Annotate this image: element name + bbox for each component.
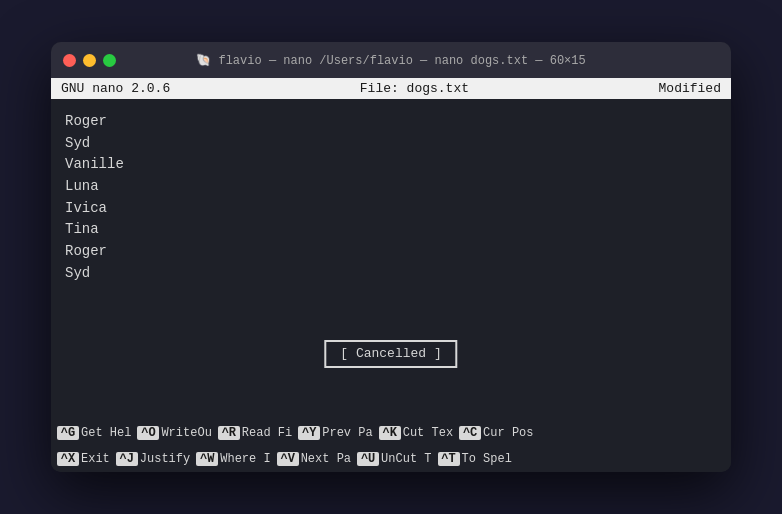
cmd-prev-page[interactable]: ^Y Prev Pa bbox=[298, 426, 372, 440]
key-ctrl-x: ^X bbox=[57, 452, 79, 466]
list-item: Tina bbox=[65, 219, 717, 241]
file-name: File: dogs.txt bbox=[360, 81, 469, 96]
bottom-row-2: ^X Exit ^J Justify ^W Where I ^V Next Pa… bbox=[51, 446, 731, 472]
key-ctrl-j: ^J bbox=[116, 452, 138, 466]
editor-area[interactable]: Roger Syd Vanille Luna Ivica Tina Roger … bbox=[51, 99, 731, 420]
label-cur-pos: Cur Pos bbox=[483, 426, 533, 440]
label-justify: Justify bbox=[140, 452, 190, 466]
key-ctrl-c: ^C bbox=[459, 426, 481, 440]
maximize-button[interactable] bbox=[103, 54, 116, 67]
key-ctrl-r: ^R bbox=[218, 426, 240, 440]
nano-version: GNU nano 2.0.6 bbox=[61, 81, 170, 96]
key-ctrl-g: ^G bbox=[57, 426, 79, 440]
list-item: Luna bbox=[65, 176, 717, 198]
label-get-help: Get Hel bbox=[81, 426, 131, 440]
label-where-is: Where I bbox=[220, 452, 270, 466]
label-exit: Exit bbox=[81, 452, 110, 466]
minimize-button[interactable] bbox=[83, 54, 96, 67]
label-writeout: WriteOu bbox=[161, 426, 211, 440]
modified-status: Modified bbox=[659, 81, 721, 96]
cmd-uncut-text[interactable]: ^U UnCut T bbox=[357, 452, 431, 466]
cmd-read-file[interactable]: ^R Read Fi bbox=[218, 426, 292, 440]
file-list: Roger Syd Vanille Luna Ivica Tina Roger … bbox=[65, 111, 717, 285]
key-ctrl-k: ^K bbox=[379, 426, 401, 440]
bottom-bar: ^G Get Hel ^O WriteOu ^R Read Fi ^Y Prev… bbox=[51, 420, 731, 472]
cmd-writeout[interactable]: ^O WriteOu bbox=[137, 426, 211, 440]
traffic-lights bbox=[63, 54, 116, 67]
cmd-to-spell[interactable]: ^T To Spel bbox=[438, 452, 512, 466]
cmd-cur-pos[interactable]: ^C Cur Pos bbox=[459, 426, 533, 440]
label-cut-text: Cut Tex bbox=[403, 426, 453, 440]
key-ctrl-v: ^V bbox=[277, 452, 299, 466]
label-next-page: Next Pa bbox=[301, 452, 351, 466]
list-item: Syd bbox=[65, 263, 717, 285]
key-ctrl-o: ^O bbox=[137, 426, 159, 440]
key-ctrl-y: ^Y bbox=[298, 426, 320, 440]
list-item: Roger bbox=[65, 241, 717, 263]
label-uncut-text: UnCut T bbox=[381, 452, 431, 466]
key-ctrl-t: ^T bbox=[438, 452, 460, 466]
list-item: Syd bbox=[65, 133, 717, 155]
cancelled-box: [ Cancelled ] bbox=[324, 340, 457, 368]
cmd-cut-text[interactable]: ^K Cut Tex bbox=[379, 426, 453, 440]
titlebar-text: 🐚 flavio — nano /Users/flavio — nano dog… bbox=[196, 53, 585, 68]
cmd-exit[interactable]: ^X Exit bbox=[57, 452, 110, 466]
list-item: Vanille bbox=[65, 154, 717, 176]
cmd-get-help[interactable]: ^G Get Hel bbox=[57, 426, 131, 440]
close-button[interactable] bbox=[63, 54, 76, 67]
label-read-file: Read Fi bbox=[242, 426, 292, 440]
nano-status-bar: GNU nano 2.0.6 File: dogs.txt Modified bbox=[51, 78, 731, 99]
titlebar: 🐚 flavio — nano /Users/flavio — nano dog… bbox=[51, 42, 731, 78]
list-item: Roger bbox=[65, 111, 717, 133]
label-to-spell: To Spel bbox=[462, 452, 512, 466]
list-item: Ivica bbox=[65, 198, 717, 220]
cmd-justify[interactable]: ^J Justify bbox=[116, 452, 190, 466]
key-ctrl-w: ^W bbox=[196, 452, 218, 466]
cmd-next-page[interactable]: ^V Next Pa bbox=[277, 452, 351, 466]
bottom-row-1: ^G Get Hel ^O WriteOu ^R Read Fi ^Y Prev… bbox=[51, 420, 731, 446]
label-prev-page: Prev Pa bbox=[322, 426, 372, 440]
terminal-window: 🐚 flavio — nano /Users/flavio — nano dog… bbox=[51, 42, 731, 472]
cmd-where-is[interactable]: ^W Where I bbox=[196, 452, 270, 466]
key-ctrl-u: ^U bbox=[357, 452, 379, 466]
